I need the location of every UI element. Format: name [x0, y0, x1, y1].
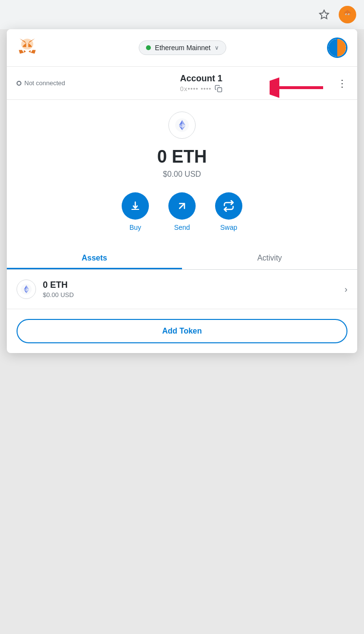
- svg-rect-13: [131, 209, 139, 210]
- not-connected-label: Not connected: [24, 79, 65, 87]
- send-label: Send: [174, 224, 190, 231]
- buy-button-wrap[interactable]: Buy: [122, 192, 149, 231]
- svg-line-15: [180, 204, 184, 208]
- eth-icon-wrap: [17, 112, 347, 139]
- not-connected-dot: [17, 81, 21, 86]
- asset-info: 0 ETH $0.00 USD: [43, 280, 74, 298]
- network-chevron-icon: ∨: [215, 44, 219, 51]
- metamask-logo: [17, 36, 38, 59]
- asset-chevron-right-icon: ›: [345, 284, 347, 295]
- svg-point-7: [348, 14, 349, 15]
- action-buttons: Buy Send: [17, 192, 347, 231]
- account-bar: Not connected Account 1 0x•••• •••• ⋮: [7, 67, 357, 100]
- tab-activity[interactable]: Activity: [182, 247, 357, 269]
- annotation-arrow: [270, 75, 328, 100]
- asset-eth-icon: [17, 280, 36, 299]
- svg-rect-9: [218, 88, 222, 92]
- swap-label: Swap: [220, 224, 237, 231]
- svg-point-6: [346, 14, 347, 15]
- avatar-color-swatch: [328, 39, 346, 56]
- eth-asset-logo: [21, 284, 32, 295]
- add-token-button[interactable]: Add Token: [17, 319, 347, 343]
- copy-address-icon[interactable]: [215, 85, 222, 93]
- connection-status: Not connected: [17, 79, 65, 87]
- account-info: Account 1 0x•••• ••••: [180, 74, 222, 93]
- swap-button[interactable]: [215, 192, 242, 220]
- add-token-wrap: Add Token: [7, 309, 357, 353]
- eth-balance: 0 ETH: [17, 147, 347, 167]
- account-name: Account 1: [180, 74, 222, 84]
- bookmark-icon[interactable]: [315, 6, 333, 23]
- tabs: Assets Activity: [7, 247, 357, 270]
- mm-header: Ethereum Mainnet ∨: [7, 29, 357, 67]
- buy-label: Buy: [129, 224, 141, 231]
- ethereum-logo: [175, 118, 189, 132]
- account-address-text: 0x•••• ••••: [180, 85, 212, 93]
- asset-amount: 0 ETH: [43, 280, 74, 290]
- assets-section: 0 ETH $0.00 USD › Add Token: [7, 270, 357, 353]
- browser-chrome: [0, 0, 364, 29]
- account-avatar[interactable]: [327, 37, 347, 58]
- swap-button-wrap[interactable]: Swap: [215, 192, 242, 231]
- tab-assets[interactable]: Assets: [7, 247, 182, 269]
- network-name: Ethereum Mainnet: [155, 44, 210, 52]
- svg-marker-0: [320, 10, 328, 19]
- mm-main: 0 ETH $0.00 USD Buy: [7, 100, 357, 270]
- eth-asset-item[interactable]: 0 ETH $0.00 USD ›: [7, 270, 357, 309]
- eth-icon-circle: [168, 112, 196, 139]
- metamask-popup: Ethereum Mainnet ∨ Not connected Account…: [7, 29, 357, 353]
- network-selector[interactable]: Ethereum Mainnet ∨: [139, 40, 226, 55]
- asset-left: 0 ETH $0.00 USD: [17, 280, 74, 299]
- account-options-button[interactable]: ⋮: [337, 77, 347, 89]
- network-status-dot: [146, 45, 151, 50]
- send-button[interactable]: [168, 192, 196, 220]
- asset-usd: $0.00 USD: [43, 291, 74, 298]
- send-button-wrap[interactable]: Send: [168, 192, 196, 231]
- account-address-row: 0x•••• ••••: [180, 85, 222, 93]
- buy-button[interactable]: [122, 192, 149, 220]
- svg-point-8: [21, 39, 34, 50]
- metamask-extension-icon[interactable]: [339, 6, 356, 23]
- usd-balance: $0.00 USD: [17, 170, 347, 179]
